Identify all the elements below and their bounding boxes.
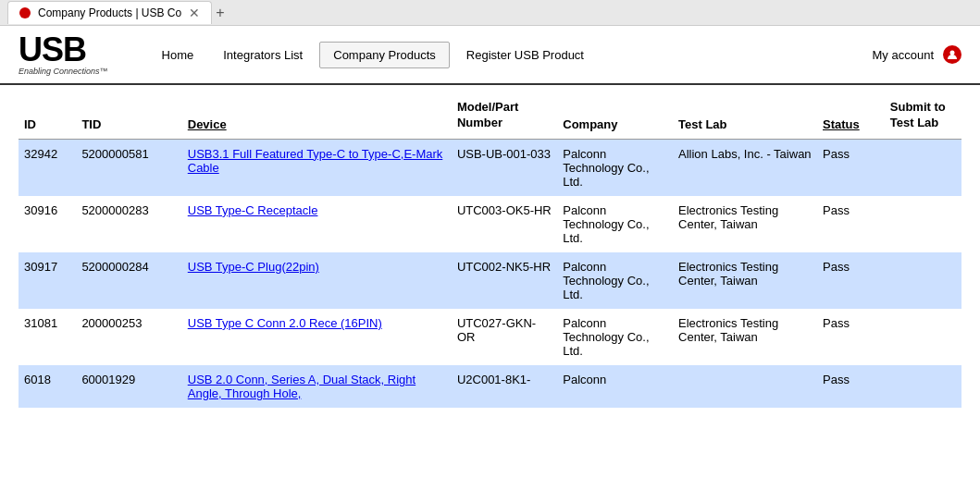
device-link[interactable]: USB3.1 Full Featured Type-C to Type-C,E-…: [188, 147, 443, 175]
cell-company: Palconn: [557, 365, 673, 408]
col-header-status: Status: [817, 92, 885, 139]
table-row: 309165200000283USB Type-C ReceptacleUTC0…: [19, 196, 961, 252]
cell-model: UTC027-GKN-OR: [452, 309, 557, 365]
cell-status: Pass: [817, 196, 885, 252]
col-header-company: Company: [557, 92, 673, 139]
cell-submit: [885, 309, 961, 365]
cell-status: Pass: [817, 309, 885, 365]
cell-id: 31081: [19, 309, 76, 365]
site-header: USB Enabling Connections™ Home Integrato…: [0, 26, 980, 85]
col-header-testlab: Test Lab: [673, 92, 817, 139]
cell-device: USB Type-C Receptacle: [182, 196, 452, 252]
col-header-tid: TID: [76, 92, 181, 139]
cell-company: Palconn Technology Co., Ltd.: [557, 196, 673, 252]
nav-register[interactable]: Register USB Product: [453, 43, 597, 67]
page-content: ID TID Device Model/PartNumber Company T…: [0, 92, 980, 408]
cell-model: UTC003-OK5-HR: [452, 196, 557, 252]
cell-status: Pass: [817, 252, 885, 309]
col-header-model: Model/PartNumber: [452, 92, 557, 139]
cell-testlab: [673, 365, 817, 408]
logo-usb-text: USB: [19, 33, 86, 67]
my-account-link[interactable]: My account: [873, 48, 934, 62]
logo-tagline: Enabling Connections™: [19, 67, 108, 76]
main-nav: Home Integrators List Company Products R…: [149, 42, 850, 68]
logo-area: USB Enabling Connections™: [19, 33, 108, 76]
cell-device: USB3.1 Full Featured Type-C to Type-C,E-…: [182, 139, 452, 196]
cell-model: UTC002-NK5-HR: [452, 252, 557, 309]
cell-id: 32942: [19, 139, 76, 196]
cell-status: Pass: [817, 365, 885, 408]
cell-tid: 5200000283: [76, 196, 181, 252]
table-row: 31081200000253USB Type C Conn 2.0 Rece (…: [19, 309, 961, 365]
device-link[interactable]: USB Type C Conn 2.0 Rece (16PIN): [188, 316, 382, 330]
table-row: 601860001929USB 2.0 Conn, Series A, Dual…: [19, 365, 961, 408]
cell-device: USB Type C Conn 2.0 Rece (16PIN): [182, 309, 452, 365]
cell-company: Palconn Technology Co., Ltd.: [557, 309, 673, 365]
nav-home[interactable]: Home: [149, 43, 207, 67]
cell-company: Palconn Technology Co., Ltd.: [557, 139, 673, 196]
cell-tid: 5200000581: [76, 139, 181, 196]
device-link[interactable]: USB Type-C Plug(22pin): [188, 260, 319, 274]
col-header-device: Device: [182, 92, 452, 139]
cell-submit: [885, 196, 961, 252]
browser-tab[interactable]: Company Products | USB Co ✕: [7, 1, 212, 24]
new-tab-button[interactable]: +: [216, 5, 224, 21]
cell-tid: 200000253: [76, 309, 181, 365]
cell-submit: [885, 365, 961, 408]
cell-device: USB Type-C Plug(22pin): [182, 252, 452, 309]
cell-device: USB 2.0 Conn, Series A, Dual Stack, Righ…: [182, 365, 452, 408]
products-table: ID TID Device Model/PartNumber Company T…: [19, 92, 961, 408]
cell-testlab: Allion Labs, Inc. - Taiwan: [673, 139, 817, 196]
table-row: 329425200000581USB3.1 Full Featured Type…: [19, 139, 961, 196]
col-header-submit: Submit toTest Lab: [885, 92, 961, 139]
cell-model: U2C001-8K1-: [452, 365, 557, 408]
table-header-row: ID TID Device Model/PartNumber Company T…: [19, 92, 961, 139]
cell-id: 30916: [19, 196, 76, 252]
browser-bar: Company Products | USB Co ✕ +: [0, 0, 980, 26]
cell-submit: [885, 252, 961, 309]
cell-status: Pass: [817, 139, 885, 196]
cell-testlab: Electronics Testing Center, Taiwan: [673, 252, 817, 309]
cell-tid: 60001929: [76, 365, 181, 408]
tab-favicon-icon: [19, 7, 31, 18]
tab-close-icon[interactable]: ✕: [189, 6, 200, 20]
device-link[interactable]: USB 2.0 Conn, Series A, Dual Stack, Righ…: [188, 373, 416, 400]
tab-title: Company Products | USB Co: [38, 6, 181, 19]
cell-submit: [885, 139, 961, 196]
cell-testlab: Electronics Testing Center, Taiwan: [673, 196, 817, 252]
nav-company-products[interactable]: Company Products: [319, 42, 450, 68]
cell-id: 6018: [19, 365, 76, 408]
svg-point-0: [950, 51, 955, 55]
cell-id: 30917: [19, 252, 76, 309]
col-header-id: ID: [19, 92, 76, 139]
table-row: 309175200000284USB Type-C Plug(22pin)UTC…: [19, 252, 961, 309]
cell-testlab: Electronics Testing Center, Taiwan: [673, 309, 817, 365]
user-icon[interactable]: [943, 45, 961, 64]
device-link[interactable]: USB Type-C Receptacle: [188, 203, 318, 217]
cell-tid: 5200000284: [76, 252, 181, 309]
cell-model: USB-UB-001-033: [452, 139, 557, 196]
nav-right: My account: [873, 45, 961, 64]
cell-company: Palconn Technology Co., Ltd.: [557, 252, 673, 309]
nav-integrators[interactable]: Integrators List: [210, 43, 316, 67]
